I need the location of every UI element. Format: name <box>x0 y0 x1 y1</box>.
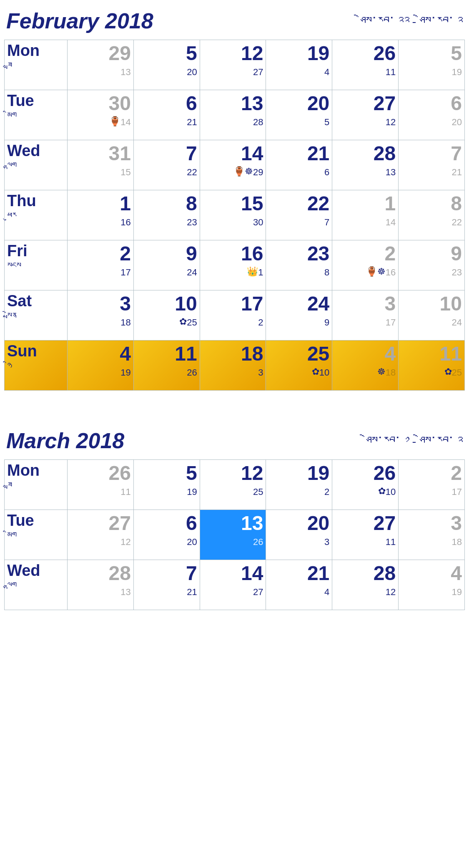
date-cell[interactable]: 2712 <box>68 510 134 560</box>
date-cell[interactable]: 419 <box>68 341 134 391</box>
date-cell[interactable]: 620 <box>399 90 465 140</box>
date-cell[interactable]: 722 <box>133 140 200 190</box>
date-cell[interactable]: 1427 <box>200 560 266 610</box>
gregorian-date: 21 <box>268 144 329 164</box>
date-cell[interactable]: 823 <box>133 190 200 240</box>
calendar-row: Monཟླ2611519122519226✿10217 <box>5 460 465 510</box>
date-cell[interactable]: 1126 <box>133 341 200 391</box>
date-cell[interactable]: 16👑1 <box>200 240 266 290</box>
date-cell[interactable]: 520 <box>133 40 200 90</box>
day-label-english: Tue <box>7 512 65 530</box>
date-cell[interactable]: 172 <box>200 290 266 341</box>
tibetan-date: 19 <box>120 367 130 378</box>
date-cell[interactable]: 1225 <box>200 460 266 510</box>
date-cell[interactable]: 2711 <box>332 510 399 560</box>
date-cell[interactable]: 249 <box>266 290 332 341</box>
date-cell[interactable]: 30🏺14 <box>68 90 134 140</box>
tibetan-date: 15 <box>120 167 130 178</box>
tibetan-date-row: 26 <box>203 535 263 548</box>
date-cell[interactable]: 14🏺☸29 <box>200 140 266 190</box>
gregorian-date: 14 <box>203 563 263 583</box>
date-cell[interactable]: 318 <box>68 290 134 341</box>
date-cell[interactable]: 419 <box>399 560 465 610</box>
february-header: February 2018 ཤེས་རབ་ ༢༢ - ཤེས་རབ་ ༢ <box>4 8 465 33</box>
tibetan-date: 17 <box>120 267 130 278</box>
date-cell[interactable]: 1227 <box>200 40 266 90</box>
date-cell[interactable]: 2812 <box>332 560 399 610</box>
tibetan-date-row: 2 <box>203 315 263 328</box>
tibetan-date: 12 <box>386 117 396 128</box>
date-cell[interactable]: 183 <box>200 341 266 391</box>
gregorian-date: 30 <box>70 93 131 114</box>
tibetan-date: 10 <box>386 487 396 497</box>
date-cell[interactable]: 2813 <box>68 560 134 610</box>
date-cell[interactable]: 721 <box>133 560 200 610</box>
date-cell[interactable]: 2🏺☸16 <box>332 240 399 290</box>
date-cell[interactable]: 10✿25 <box>133 290 200 341</box>
date-cell[interactable]: 216 <box>266 140 332 190</box>
date-cell[interactable]: 1024 <box>399 290 465 341</box>
tibetan-date-row: 7 <box>268 215 329 228</box>
date-cell[interactable]: 822 <box>399 190 465 240</box>
date-cell[interactable]: 318 <box>399 510 465 560</box>
date-cell[interactable]: 203 <box>266 510 332 560</box>
date-cell[interactable]: 317 <box>332 290 399 341</box>
date-cell[interactable]: 1530 <box>200 190 266 240</box>
tibetan-date: 14 <box>386 217 396 228</box>
day-label-tibetan: ལྷག <box>7 161 65 172</box>
date-cell[interactable]: 519 <box>133 460 200 510</box>
tibetan-date: 2 <box>324 487 329 497</box>
date-cell[interactable]: 2611 <box>68 460 134 510</box>
date-cell[interactable]: 923 <box>399 240 465 290</box>
date-cell[interactable]: 620 <box>133 510 200 560</box>
day-label-tibetan: ལྷག <box>7 580 65 591</box>
date-cell[interactable]: 26✿10 <box>332 460 399 510</box>
tibetan-date: 13 <box>386 167 396 178</box>
date-cell[interactable]: 1328 <box>200 90 266 140</box>
tibetan-date: 3 <box>258 367 263 378</box>
date-cell[interactable]: 25✿10 <box>266 341 332 391</box>
date-cell[interactable]: 238 <box>266 240 332 290</box>
date-cell[interactable]: 721 <box>399 140 465 190</box>
tibetan-date-row: 13 <box>70 585 131 598</box>
date-cell[interactable]: 214 <box>266 560 332 610</box>
date-cell[interactable]: 227 <box>266 190 332 240</box>
date-cell[interactable]: 4☸18 <box>332 341 399 391</box>
tibetan-date-row: 19 <box>401 585 462 598</box>
date-cell[interactable]: 11✿25 <box>399 341 465 391</box>
symbol-icon: 👑 <box>247 266 258 277</box>
march-title: March 2018 <box>6 428 124 453</box>
date-cell[interactable]: 2913 <box>68 40 134 90</box>
date-cell[interactable]: 621 <box>133 90 200 140</box>
tibetan-date: 21 <box>187 587 197 598</box>
day-label-cell: Tueམིག <box>5 90 68 140</box>
tibetan-date-row: 11 <box>335 535 396 548</box>
date-cell[interactable]: 217 <box>68 240 134 290</box>
tibetan-date-row: 16 <box>70 215 131 228</box>
day-label-cell: Tueམིག <box>5 510 68 560</box>
gregorian-date: 7 <box>136 144 197 164</box>
date-cell[interactable]: 192 <box>266 460 332 510</box>
date-cell[interactable]: 205 <box>266 90 332 140</box>
date-cell[interactable]: 114 <box>332 190 399 240</box>
date-cell[interactable]: 2611 <box>332 40 399 90</box>
date-cell[interactable]: 217 <box>399 460 465 510</box>
date-cell[interactable]: 2712 <box>332 90 399 140</box>
day-label-cell: Wedལྷག <box>5 140 68 190</box>
date-cell[interactable]: 3115 <box>68 140 134 190</box>
tibetan-date: 29 <box>253 167 263 178</box>
date-cell[interactable]: 519 <box>399 40 465 90</box>
gregorian-date: 27 <box>335 513 396 533</box>
date-cell[interactable]: 116 <box>68 190 134 240</box>
date-cell[interactable]: 2813 <box>332 140 399 190</box>
gregorian-date: 2 <box>70 244 131 264</box>
tibetan-date: 20 <box>187 67 197 78</box>
date-cell[interactable]: 194 <box>266 40 332 90</box>
gregorian-date: 10 <box>136 294 197 314</box>
date-cell[interactable]: 924 <box>133 240 200 290</box>
date-cell[interactable]: 1326 <box>200 510 266 560</box>
tibetan-date: 17 <box>452 487 462 497</box>
tibetan-date: 13 <box>120 67 130 78</box>
tibetan-date: 22 <box>452 217 462 228</box>
gregorian-date: 4 <box>335 344 396 364</box>
